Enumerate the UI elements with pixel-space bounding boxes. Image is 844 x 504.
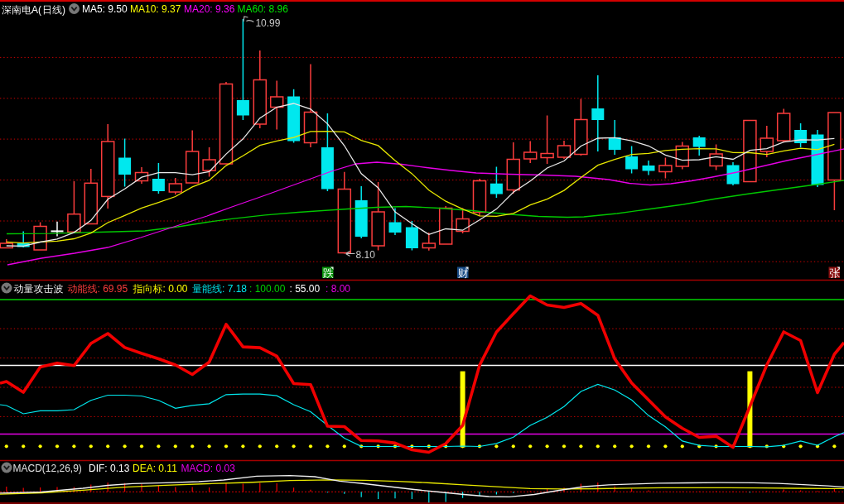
svg-text:MA5: 9.50: MA5: 9.50 — [82, 3, 128, 15]
svg-text:MACD: 0.03: MACD: 0.03 — [181, 463, 236, 474]
svg-text:: 7.18: : 7.18 — [222, 283, 247, 295]
svg-text:: 55.00: : 55.00 — [290, 283, 321, 295]
svg-text:MA20: 9.36: MA20: 9.36 — [184, 3, 235, 15]
svg-text:DIF: 0.13: DIF: 0.13 — [89, 463, 130, 474]
svg-text:): ) — [62, 4, 65, 16]
svg-text:: 69.95: : 69.95 — [98, 283, 128, 295]
svg-text:DEA: 0.11: DEA: 0.11 — [133, 463, 177, 474]
svg-text:A(: A( — [31, 4, 41, 16]
svg-text:: 0.00: : 0.00 — [163, 283, 188, 295]
svg-text:: 8.00: : 8.00 — [326, 283, 350, 295]
svg-text:: 100.00: : 100.00 — [249, 283, 286, 295]
svg-text:MA60: 8.96: MA60: 8.96 — [238, 3, 289, 15]
svg-text:10.99: 10.99 — [255, 17, 280, 29]
svg-text:MA10: 9.37: MA10: 9.37 — [130, 3, 181, 15]
svg-text:8.10: 8.10 — [356, 249, 376, 261]
svg-text:MACD(12,26,9): MACD(12,26,9) — [13, 463, 82, 474]
